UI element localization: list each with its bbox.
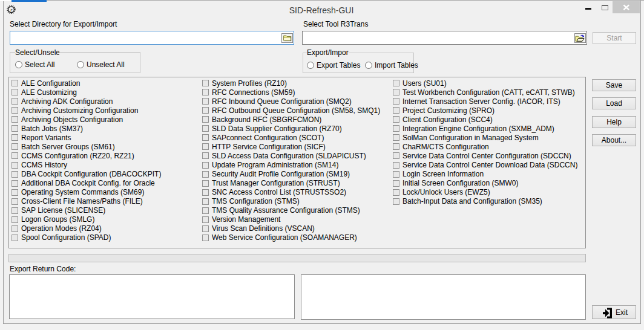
svg-text:Exit: Exit: [616, 308, 628, 317]
svg-text:r: r: [10, 7, 13, 13]
